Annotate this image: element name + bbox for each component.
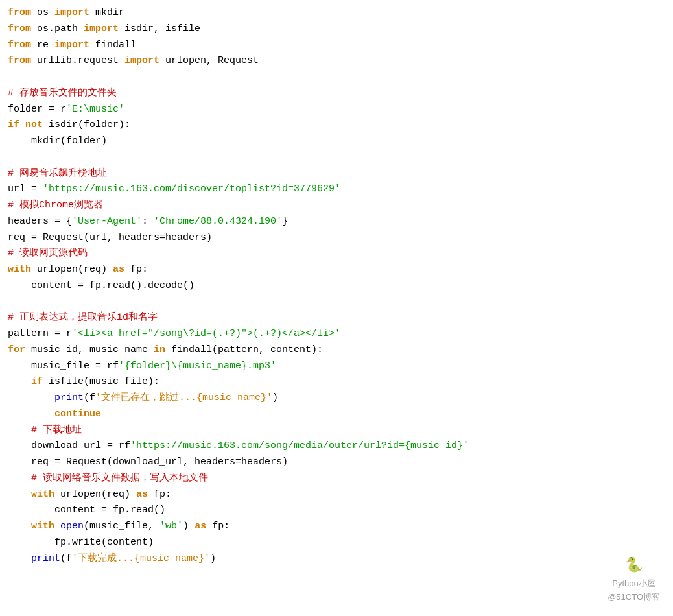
code-line: folder = r'E:\music' <box>8 102 665 118</box>
code-line: print(f'下载完成...{music_name}') <box>8 551 665 567</box>
code-token <box>8 376 31 387</box>
code-line: headers = {'User-Agent': 'Chrome/88.0.43… <box>8 214 665 230</box>
code-token: music_file = rf <box>8 361 119 372</box>
code-token: import <box>54 40 89 51</box>
watermark-line2: @51CTO博客 <box>608 592 660 602</box>
code-token: pattern = r <box>8 328 72 339</box>
code-line: # 读取网页源代码 <box>8 246 665 262</box>
code-line: mkdir(folder) <box>8 134 665 150</box>
code-line: content = fp.read() <box>8 503 665 519</box>
code-token: with <box>31 489 54 500</box>
code-token: with <box>31 521 54 532</box>
code-token: fp: <box>206 521 230 532</box>
code-line: download_url = rf'https://music.163.com/… <box>8 438 665 455</box>
code-token: '{folder}\{music_name}.mp3' <box>119 361 276 372</box>
code-token <box>8 409 54 420</box>
code-token: music_id, music_name <box>25 344 154 355</box>
code-token: re <box>31 40 54 51</box>
code-token: urlopen(req) <box>31 264 113 275</box>
code-token: 浏览器 <box>74 200 103 211</box>
code-line: from os import mkdir <box>8 5 665 21</box>
code-token: '<li><a href="/song\?id=(.+?)">(.+?)</a>… <box>72 328 340 339</box>
code-token: print <box>31 553 60 564</box>
code-token: if <box>8 119 19 130</box>
code-line: if isfile(music_file): <box>8 374 665 390</box>
code-token: with <box>8 264 31 275</box>
code-token <box>8 521 31 532</box>
code-token: urllib.request <box>31 55 124 66</box>
code-token: mkdir(folder) <box>8 136 107 147</box>
code-token: (music_file, <box>84 521 159 532</box>
code-token: '文件已存在，跳过...{music_name}' <box>95 392 272 403</box>
code-line: req = Request(download_url, headers=head… <box>8 455 665 471</box>
code-token: open <box>60 521 84 532</box>
watermark-line1: Python小屋 <box>612 578 655 588</box>
code-token: # 存放音乐文件的文件夹 <box>8 88 117 99</box>
code-token: 'Chrome/88.0.4324.190' <box>154 216 282 227</box>
code-block: from os import mkdirfrom os.path import … <box>8 5 665 567</box>
watermark-icon: 🐍 <box>608 553 660 576</box>
code-token: : <box>142 216 154 227</box>
code-token: 'E:\music' <box>66 104 124 115</box>
code-token: from <box>8 23 31 34</box>
code-token: (f <box>84 392 95 403</box>
code-token <box>19 119 25 130</box>
code-token: 'https://music.163.com/discover/toplist?… <box>43 184 340 195</box>
code-token <box>8 553 31 564</box>
code-token: continue <box>54 409 101 420</box>
code-line: with urlopen(req) as fp: <box>8 487 665 503</box>
code-token: from <box>8 40 31 51</box>
code-token: ) <box>183 521 195 532</box>
code-token: findall(pattern, content): <box>165 344 323 355</box>
code-token: fp: <box>148 489 171 500</box>
code-line: # 模拟Chrome浏览器 <box>8 198 665 214</box>
code-token: as <box>195 521 206 532</box>
code-line: fp.write(content) <box>8 535 665 551</box>
code-token: 'https://music.163.com/song/media/outer/… <box>130 440 469 451</box>
code-line <box>8 150 665 166</box>
code-token: url = <box>8 184 43 195</box>
code-token: # 网易音乐飙升榜地址 <box>8 168 107 179</box>
code-token: 和名字 <box>128 312 158 323</box>
code-token: findall <box>89 40 136 51</box>
code-line: with urlopen(req) as fp: <box>8 262 665 278</box>
code-token: # 读取网络音乐文件数据，写入本地文件 <box>8 473 208 484</box>
code-token: content = fp.read().decode() <box>8 280 195 291</box>
code-line: music_file = rf'{folder}\{music_name}.mp… <box>8 359 665 375</box>
code-token: id <box>117 312 128 323</box>
code-token: folder = r <box>8 104 66 115</box>
code-token: req = Request(download_url, headers=head… <box>8 456 288 468</box>
code-token: 'wb' <box>159 521 183 532</box>
code-line: with open(music_file, 'wb') as fp: <box>8 519 665 535</box>
code-token: not <box>25 119 43 130</box>
code-line: from os.path import isdir, isfile <box>8 21 665 38</box>
code-line: if not isdir(folder): <box>8 117 665 134</box>
code-token: isdir(folder): <box>43 119 130 130</box>
code-line: url = 'https://music.163.com/discover/to… <box>8 182 665 198</box>
code-line: print(f'文件已存在，跳过...{music_name}') <box>8 390 665 407</box>
code-token: } <box>282 216 288 227</box>
code-token: # 模拟 <box>8 200 39 211</box>
code-token: import <box>54 7 89 18</box>
code-token: req = Request(url, headers=headers) <box>8 232 212 243</box>
code-token: headers = { <box>8 216 72 227</box>
code-token: (f <box>60 553 72 564</box>
code-line: continue <box>8 407 665 423</box>
code-line: # 下载地址 <box>8 423 665 439</box>
code-line: # 正则表达式，提取音乐id和名字 <box>8 310 665 326</box>
code-token <box>54 521 60 532</box>
code-token: # 正则表达式，提取音乐 <box>8 312 117 323</box>
code-token: from <box>8 7 31 18</box>
code-token: ) <box>272 392 278 403</box>
code-line: from urllib.request import urlopen, Requ… <box>8 53 665 69</box>
code-token: content = fp.read() <box>8 504 165 515</box>
code-token: urlopen(req) <box>54 489 136 500</box>
code-line <box>8 69 665 86</box>
code-line <box>8 294 665 311</box>
code-token: os.path <box>31 23 84 34</box>
code-token: urlopen, Request <box>159 55 259 66</box>
code-token: for <box>8 344 25 355</box>
code-line: content = fp.read().decode() <box>8 278 665 294</box>
code-token: import <box>124 55 159 66</box>
code-token: isdir, isfile <box>119 23 200 34</box>
